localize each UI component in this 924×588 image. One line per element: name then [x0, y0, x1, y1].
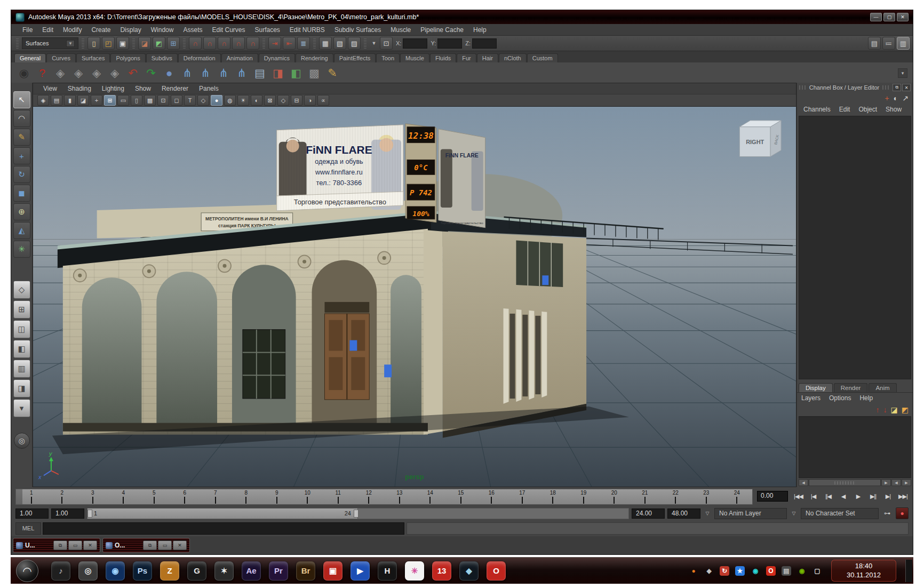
range-slider-track[interactable]: 1 24: [87, 508, 629, 519]
channel-box-button[interactable]: ▥: [897, 37, 910, 50]
bridge-icon[interactable]: Br: [296, 561, 315, 581]
smooth-shade-icon[interactable]: ●: [211, 95, 222, 106]
layer-list[interactable]: [799, 416, 911, 478]
snap-grid-icon[interactable]: ∩: [189, 37, 202, 50]
frame-tick[interactable]: 7: [200, 489, 231, 504]
output-connections-icon[interactable]: ⇤: [283, 37, 296, 50]
grip-handle[interactable]: [262, 38, 265, 49]
shelf-tab[interactable]: nCloth: [499, 53, 527, 62]
step-forward-frame-button[interactable]: ▶|: [881, 489, 895, 503]
frame-tick[interactable]: 10: [292, 489, 323, 504]
frame-tick[interactable]: 22: [660, 489, 691, 504]
maximize-button[interactable]: ▢: [883, 13, 895, 21]
rotate-tool[interactable]: ↻: [13, 166, 30, 183]
shelf-tab[interactable]: Muscle: [400, 53, 429, 62]
grip-handle[interactable]: [364, 38, 367, 49]
shelf-tab[interactable]: Surfaces: [76, 53, 110, 62]
shelf-tab[interactable]: Polygons: [110, 53, 145, 62]
minimize-button[interactable]: ▭: [68, 541, 82, 550]
audio-app-icon[interactable]: ♪: [51, 561, 70, 581]
range-handle-left[interactable]: [87, 510, 92, 518]
viewport-menu-item[interactable]: Show: [130, 85, 156, 92]
origin-tray-icon[interactable]: ●: [689, 566, 698, 576]
frame-tick[interactable]: 5: [139, 489, 170, 504]
xray-icon[interactable]: ◇: [277, 95, 289, 106]
frame-tick[interactable]: 18: [538, 489, 569, 504]
photoshop-icon[interactable]: Ps: [133, 561, 152, 581]
select-hierarchy-icon[interactable]: ◪: [138, 37, 151, 50]
ungroup-icon[interactable]: ⋔: [234, 66, 249, 81]
viewport-menu-item[interactable]: Shading: [63, 85, 96, 92]
range-slider-bar[interactable]: 1 24: [87, 508, 358, 519]
frame-tick[interactable]: 23: [691, 489, 722, 504]
new-empty-layer-icon[interactable]: ◪: [891, 406, 898, 414]
shelf-tab[interactable]: PaintEffects: [334, 53, 376, 62]
layer-scrollbar[interactable]: ◀ ▶ ◀ ▶: [799, 479, 911, 486]
layout-hypershade-persp[interactable]: ▥: [13, 360, 30, 378]
x-input[interactable]: [403, 38, 427, 49]
layer-menu-item[interactable]: Options: [825, 394, 855, 402]
show-desktop-button[interactable]: [905, 560, 912, 582]
select-tool[interactable]: ↖: [13, 91, 30, 108]
step-back-frame-button[interactable]: |◀: [806, 489, 821, 503]
layer-menu-item[interactable]: Layers: [797, 394, 825, 402]
shelf-tab[interactable]: Subdivs: [146, 53, 178, 62]
scroll-right-icon[interactable]: ▶: [881, 479, 891, 486]
menu-item[interactable]: Edit Curves: [207, 26, 250, 34]
mel-label[interactable]: MEL: [15, 522, 41, 535]
claw-app-icon[interactable]: ✶: [214, 561, 234, 581]
opera-tray-icon[interactable]: O: [766, 566, 776, 576]
update-tray-icon[interactable]: ↻: [720, 566, 729, 576]
frame-tick[interactable]: 17: [507, 489, 538, 504]
hyperbolic-icon[interactable]: ↗: [902, 94, 909, 102]
frame-tick[interactable]: 19: [568, 489, 599, 504]
parent-icon[interactable]: ⋔: [180, 66, 195, 81]
paint-select-tool[interactable]: ✎: [13, 129, 30, 146]
camera-attributes-icon[interactable]: ▤: [51, 95, 62, 106]
camera-move-icon[interactable]: ◈: [107, 66, 122, 81]
shelf-tab[interactable]: General: [14, 53, 46, 62]
viewport-menu-item[interactable]: Renderer: [157, 85, 193, 92]
save-scene-icon[interactable]: ▣: [116, 37, 129, 50]
frame-tick[interactable]: 13: [384, 489, 415, 504]
layer-move-up-icon[interactable]: ↑: [876, 406, 880, 414]
frame-tick[interactable]: 12: [354, 489, 385, 504]
snap-point-icon[interactable]: ∩: [218, 37, 230, 50]
group-icon[interactable]: ⋔: [198, 66, 213, 81]
grip-handle[interactable]: [16, 38, 19, 49]
render-frame-icon[interactable]: ▦: [319, 37, 332, 50]
animation-start-field[interactable]: 1.00: [15, 508, 49, 519]
menu-item[interactable]: Surfaces: [250, 26, 285, 34]
app-13-icon[interactable]: 13: [432, 561, 451, 581]
panel-grip[interactable]: [799, 85, 806, 90]
restore-button[interactable]: ⧉: [143, 541, 157, 550]
resolution-gate-icon[interactable]: ▯: [131, 95, 142, 106]
dark-capture-icon[interactable]: ◆: [459, 561, 479, 581]
frame-tick[interactable]: 1: [16, 489, 47, 504]
go-to-start-button[interactable]: |◀◀: [791, 489, 806, 503]
animation-end-field[interactable]: 48.00: [667, 508, 700, 519]
grip-handle[interactable]: [313, 38, 316, 49]
frame-tick[interactable]: 9: [261, 489, 292, 504]
scale-tool[interactable]: ◼: [13, 185, 30, 202]
universal-manipulator-tool[interactable]: ⊕: [13, 203, 30, 220]
field-chart-icon[interactable]: ⊡: [157, 95, 169, 106]
plugin-shapes-icon[interactable]: ⊟: [291, 95, 302, 106]
ipr-render-icon[interactable]: ▧: [333, 37, 346, 50]
share-view-icon[interactable]: ∝: [317, 95, 329, 106]
shelf-tab[interactable]: Curves: [46, 53, 76, 62]
media-player-round-icon[interactable]: ◉: [106, 561, 125, 581]
shelf-tab[interactable]: Hair: [477, 53, 498, 62]
frame-tick[interactable]: 20: [599, 489, 630, 504]
select-box-icon[interactable]: ◨: [270, 66, 285, 81]
scroll-left-icon[interactable]: ◀: [891, 479, 901, 486]
close-button[interactable]: ✕: [897, 13, 909, 21]
unparent-icon[interactable]: ⋔: [216, 66, 231, 81]
premiere-icon[interactable]: Pr: [269, 561, 288, 581]
menu-item[interactable]: Help: [468, 26, 491, 34]
frame-tick[interactable]: 2: [47, 489, 78, 504]
pan-zoom-icon[interactable]: +: [91, 95, 102, 106]
menu-item[interactable]: Muscle: [386, 26, 416, 34]
camera-icon[interactable]: ◈: [53, 66, 68, 81]
disc-burner-icon[interactable]: ◎: [78, 561, 98, 581]
